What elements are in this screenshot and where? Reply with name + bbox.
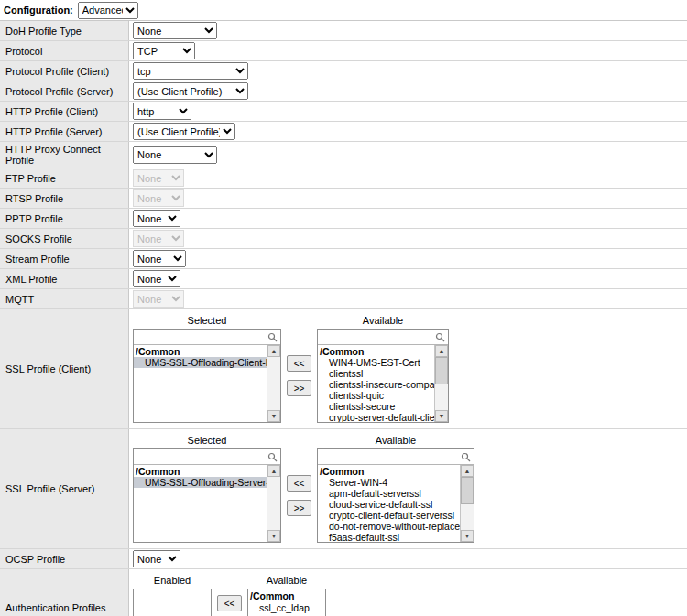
field-label: XML Profile — [0, 269, 129, 288]
form-row-pptp-profile: PPTP Profile None — [0, 209, 687, 229]
list-item[interactable]: clientssl-quic — [318, 390, 434, 401]
ssl-server-selected-listbox: /Common UMS-SSL-Offloading-Server-Profil… — [133, 448, 281, 543]
available-list-title: Available — [247, 573, 326, 589]
scroll-down-icon[interactable]: ▼ — [267, 410, 280, 422]
field-label: HTTP Proxy Connect Profile — [0, 142, 129, 168]
list-item[interactable]: crypto-client-default-serverssl — [318, 510, 460, 521]
field-label: HTTP Profile (Client) — [0, 102, 129, 121]
scroll-up-icon[interactable]: ▲ — [461, 465, 474, 477]
scrollbar-thumb[interactable] — [461, 477, 474, 504]
list-item[interactable]: do-not-remove-without-replacement — [318, 521, 460, 532]
form-row-ssl-profile-server: SSL Profile (Server) Selected /Co — [0, 429, 687, 549]
field-label: Protocol — [0, 41, 129, 60]
field-label: SOCKS Profile — [0, 229, 129, 248]
field-label: Authentication Profiles — [0, 569, 129, 616]
auth-enabled-listbox — [133, 589, 212, 616]
move-to-selected-button[interactable]: << — [287, 475, 311, 492]
search-input[interactable] — [320, 450, 461, 463]
field-label: FTP Profile — [0, 168, 129, 188]
scroll-up-icon[interactable]: ▲ — [435, 345, 448, 357]
folder-group-label: /Common — [318, 346, 434, 357]
selected-list-title: Selected — [133, 313, 281, 329]
form-row-mqtt: MQTT None — [0, 289, 687, 309]
protocol-select[interactable]: TCP — [133, 42, 195, 59]
scrollbar[interactable]: ▲ ▼ — [460, 465, 474, 542]
list-item[interactable]: Server-WIN-4 — [318, 477, 460, 488]
rtsp-profile-select: None — [133, 189, 184, 207]
form-row-ocsp-profile: OCSP Profile None — [0, 549, 687, 569]
profiles-form: DoH Profile Type None Protocol TCP Proto… — [0, 20, 687, 616]
http-proxy-connect-profile-select[interactable]: None — [133, 146, 217, 164]
scrollbar-thumb[interactable] — [435, 357, 448, 384]
protocol-profile-server-select[interactable]: (Use Client Profile) — [133, 82, 248, 100]
field-label: HTTP Profile (Server) — [0, 122, 129, 141]
search-input[interactable] — [136, 330, 267, 343]
form-row-stream-profile: Stream Profile None — [0, 249, 687, 269]
virtual-server-configuration-page: Configuration: Advanced DoH Profile Type… — [0, 0, 687, 616]
list-item[interactable]: clientssl-insecure-compatible — [318, 379, 434, 390]
doh-profile-type-select[interactable]: None — [133, 22, 217, 39]
move-to-selected-button[interactable]: << — [287, 355, 311, 372]
field-label: Protocol Profile (Server) — [0, 81, 129, 101]
form-row-ftp-profile: FTP Profile None — [0, 168, 687, 189]
scroll-down-icon[interactable]: ▼ — [267, 530, 280, 542]
form-row-ssl-profile-client: SSL Profile (Client) Selected /Co — [0, 309, 687, 429]
form-row-socks-profile: SOCKS Profile None — [0, 229, 687, 249]
field-label: SSL Profile (Client) — [0, 309, 129, 428]
configuration-select[interactable]: Advanced — [78, 2, 138, 19]
ssl-server-available-listbox: /Common Server-WIN-4 apm-default-servers… — [317, 448, 474, 543]
ssl-client-dual-list: Selected /Common UMS-SSL-Offloading-Clie… — [133, 310, 449, 427]
list-item[interactable]: UMS-SSL-Offloading-Client-Profile — [134, 357, 267, 368]
scroll-up-icon[interactable]: ▲ — [267, 345, 280, 357]
xml-profile-select[interactable]: None — [133, 270, 180, 287]
list-item[interactable]: apm-default-serverssl — [318, 488, 460, 499]
ssl-client-selected-listbox: /Common UMS-SSL-Offloading-Client-Profil… — [133, 329, 281, 423]
ocsp-profile-select[interactable]: None — [133, 550, 180, 567]
configuration-bar: Configuration: Advanced — [0, 0, 687, 20]
list-item[interactable]: clientssl-secure — [318, 401, 434, 412]
list-item[interactable]: clientssl — [318, 368, 434, 379]
form-row-rtsp-profile: RTSP Profile None — [0, 189, 687, 209]
list-item[interactable]: UMS-SSL-Offloading-Server-Profile — [134, 477, 267, 488]
ftp-profile-select: None — [133, 169, 184, 187]
ssl-client-available-listbox: /Common WIN4-UMS-EST-Cert clientssl clie… — [317, 329, 449, 423]
form-row-http-profile-client: HTTP Profile (Client) http — [0, 102, 687, 122]
scrollbar[interactable]: ▲ ▼ — [267, 345, 280, 422]
list-item[interactable]: cloud-service-default-ssl — [318, 499, 460, 510]
scroll-up-icon[interactable]: ▲ — [267, 465, 280, 477]
folder-group-label: /Common — [318, 466, 460, 477]
folder-group-label: /Common — [248, 590, 325, 602]
form-row-authentication-profiles: Authentication Profiles Enabled << >> — [0, 569, 687, 616]
field-label: Stream Profile — [0, 249, 129, 268]
move-to-available-button[interactable]: >> — [287, 500, 311, 516]
form-row-doh-profile-type: DoH Profile Type None — [0, 21, 687, 41]
field-label: OCSP Profile — [0, 549, 129, 568]
list-item[interactable]: f5aas-default-ssl — [318, 532, 460, 542]
scrollbar[interactable]: ▲ ▼ — [434, 345, 448, 422]
scroll-down-icon[interactable]: ▼ — [461, 530, 474, 542]
protocol-profile-client-select[interactable]: tcp — [133, 62, 248, 80]
selected-list-title: Selected — [133, 433, 281, 448]
scroll-down-icon[interactable]: ▼ — [435, 410, 448, 422]
move-to-available-button[interactable]: >> — [287, 380, 311, 396]
available-list-title: Available — [317, 433, 474, 448]
search-input[interactable] — [320, 330, 435, 343]
form-row-protocol: Protocol TCP — [0, 41, 687, 61]
move-to-enabled-button[interactable]: << — [217, 595, 242, 611]
http-profile-client-select[interactable]: http — [133, 103, 191, 120]
http-profile-server-select[interactable]: (Use Client Profile) — [133, 123, 235, 140]
list-item[interactable]: WIN4-UMS-EST-Cert — [318, 357, 434, 368]
folder-group-label: /Common — [134, 466, 267, 477]
field-label: Protocol Profile (Client) — [0, 61, 129, 81]
search-input[interactable] — [136, 450, 267, 463]
socks-profile-select: None — [133, 230, 184, 247]
list-item[interactable]: crypto-server-default-clientssl — [318, 412, 434, 422]
field-label: MQTT — [0, 289, 129, 308]
pptp-profile-select[interactable]: None — [133, 210, 180, 227]
scrollbar[interactable]: ▲ ▼ — [267, 465, 280, 542]
list-item[interactable]: ssl_cc_ldap — [248, 602, 325, 614]
authentication-dual-list: Enabled << >> Available — [133, 570, 326, 616]
auth-available-listbox: /Common ssl_cc_ldap ssl_crldp ssl_ocsp — [247, 589, 326, 616]
field-label: DoH Profile Type — [0, 21, 129, 40]
stream-profile-select[interactable]: None — [133, 250, 186, 267]
